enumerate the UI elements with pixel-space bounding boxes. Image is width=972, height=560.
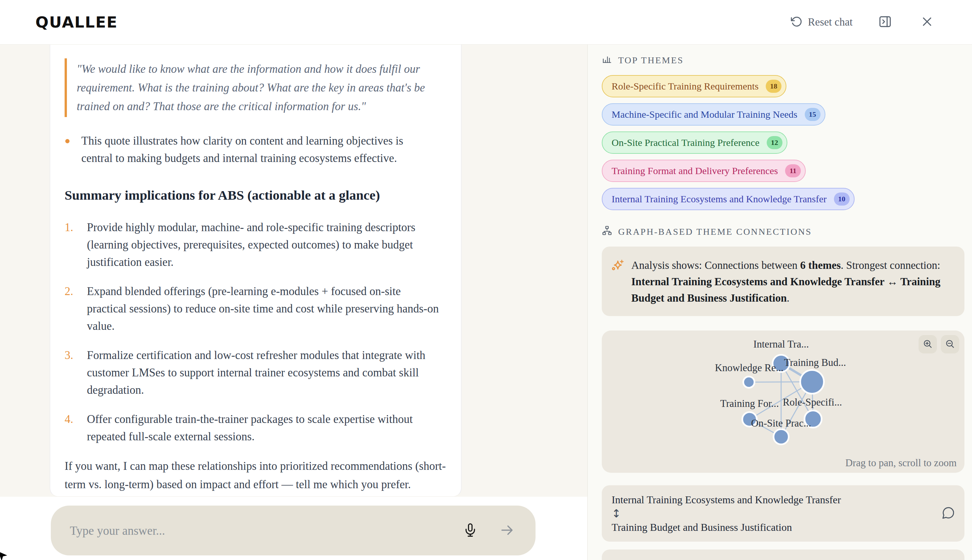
theme-label: Training Format and Delivery Preferences [612, 165, 778, 177]
reset-chat-button[interactable]: Reset chat [791, 16, 853, 29]
graph-connections-title: GRAPH-BASED THEME CONNECTIONS [618, 227, 812, 237]
connection-card-list: Internal Training Ecosystems and Knowled… [602, 485, 964, 560]
bar-chart-icon [602, 54, 612, 67]
theme-count-badge: 15 [805, 108, 820, 121]
chat-bubble-icon[interactable] [942, 506, 955, 521]
theme-count-badge: 11 [785, 164, 801, 177]
analysis-text: Analysis shows: Connections between 6 th… [631, 257, 951, 306]
connection-card[interactable]: Internal Training Ecosystems and Knowled… [602, 485, 964, 542]
summary-heading: Summary implications for ABS (actionable… [65, 187, 443, 203]
theme-count-badge: 10 [834, 192, 850, 205]
chat-panel: "We would like to know what are the info… [0, 45, 587, 560]
main-area: "We would like to know what are the info… [0, 45, 972, 560]
panel-right-icon [878, 15, 892, 30]
theme-label: Internal Training Ecosystems and Knowled… [612, 193, 827, 205]
analysis-callout: Analysis shows: Connections between 6 th… [602, 247, 964, 316]
recommendation-item: 2.Expand blended offerings (pre-learning… [65, 283, 443, 335]
item-number: 1. [65, 219, 87, 271]
connection-theme-b: Training Budget and Business Justificati… [612, 521, 933, 534]
reset-chat-label: Reset chat [808, 16, 853, 28]
theme-pill[interactable]: Training Format and Delivery Preferences… [602, 160, 806, 182]
connection-theme-a: Internal Training Ecosystems and Knowled… [612, 493, 933, 506]
reset-icon [791, 16, 802, 29]
theme-pill[interactable]: Internal Training Ecosystems and Knowled… [602, 188, 855, 210]
theme-label: Machine-Specific and Modular Training Ne… [612, 109, 797, 120]
graph-connections-header: GRAPH-BASED THEME CONNECTIONS [602, 225, 964, 238]
theme-pill[interactable]: Machine-Specific and Modular Training Ne… [602, 103, 825, 125]
item-number: 3. [65, 347, 87, 399]
theme-pill[interactable]: On-Site Practical Training Preference12 [602, 132, 787, 154]
theme-label: Role-Specific Training Requirements [612, 81, 759, 92]
customer-quote: "We would like to know what are the info… [65, 58, 438, 117]
recommendations-list: 1.Provide highly modular, machine- and r… [65, 219, 443, 445]
assistant-message-card: "We would like to know what are the info… [50, 45, 462, 497]
item-text: Formalize certification and low-cost ref… [87, 347, 443, 399]
recommendation-item: 1.Provide highly modular, machine- and r… [65, 219, 443, 271]
zoom-out-icon [945, 339, 955, 350]
theme-network-graph[interactable]: Internal Tra...Training Bud...Knowledge … [602, 330, 964, 473]
updown-arrow-icon: ↕ [612, 506, 933, 521]
graph-node-budget[interactable] [800, 370, 824, 393]
recommendation-item: 4.Offer configurable train-the-trainer p… [65, 410, 443, 445]
graph-node-knowledge[interactable] [744, 377, 755, 388]
app-logo: QUALLEE [35, 13, 118, 31]
graph-node-label: On-Site Prac... [751, 417, 811, 429]
zoom-in-icon [923, 339, 933, 350]
graph-node-label: Role-Specifi... [783, 397, 842, 408]
message-composer [51, 505, 535, 555]
graph-node-label: Training For... [720, 398, 779, 409]
bullet-dot [65, 139, 70, 143]
sparkle-icon [611, 257, 625, 306]
theme-count-badge: 18 [766, 80, 782, 93]
insights-sidebar: TOP THEMES Role-Specific Training Requir… [587, 45, 972, 560]
close-icon [921, 15, 933, 29]
microphone-button[interactable] [463, 523, 478, 539]
graph-zoom-controls [919, 335, 959, 353]
graph-node-label: Knowledge Re... [715, 362, 784, 373]
close-button[interactable] [921, 15, 933, 29]
recommendation-item: 3.Formalize certification and low-cost r… [65, 347, 443, 399]
quote-insight-text: This quote illustrates how clarity on co… [81, 132, 434, 167]
item-number: 2. [65, 283, 87, 335]
theme-label: On-Site Practical Training Preference [612, 137, 760, 148]
top-bar: QUALLEE Reset chat [0, 0, 972, 45]
theme-count-badge: 12 [767, 136, 782, 149]
top-themes-header: TOP THEMES [602, 54, 964, 67]
answer-input[interactable] [70, 523, 463, 538]
graph-pan-hint: Drag to pan, scroll to zoom [845, 457, 957, 469]
microphone-icon [463, 523, 478, 539]
graph-node-onsite[interactable] [774, 429, 789, 444]
zoom-in-button[interactable] [919, 335, 937, 353]
connection-card[interactable]: Internal Training Ecosystems and Knowled… [602, 550, 964, 560]
zoom-out-button[interactable] [941, 335, 959, 353]
item-text: Offer configurable train-the-trainer pac… [87, 410, 443, 445]
closing-paragraph: If you want, I can map these relationshi… [65, 457, 447, 494]
theme-graph-panel[interactable]: Internal Tra...Training Bud...Knowledge … [602, 330, 964, 473]
quote-insight-bullet: This quote illustrates how clarity on co… [65, 132, 443, 167]
theme-pill-list: Role-Specific Training Requirements18Mac… [602, 75, 964, 210]
top-themes-title: TOP THEMES [618, 55, 684, 65]
toggle-sidebar-button[interactable] [878, 15, 892, 30]
graph-node-label: Training Bud... [784, 357, 846, 368]
item-text: Expand blended offerings (pre-learning e… [87, 283, 443, 335]
send-arrow-icon [499, 523, 515, 539]
send-button[interactable] [499, 523, 515, 539]
sitemap-icon [602, 225, 612, 238]
connection-theme-a: Internal Training Ecosystems and Knowled… [612, 557, 933, 560]
mouse-cursor [0, 551, 8, 560]
graph-node-label: Internal Tra... [753, 338, 809, 350]
item-number: 4. [65, 410, 87, 445]
theme-pill[interactable]: Role-Specific Training Requirements18 [602, 75, 786, 97]
item-text: Provide highly modular, machine- and rol… [87, 219, 443, 271]
